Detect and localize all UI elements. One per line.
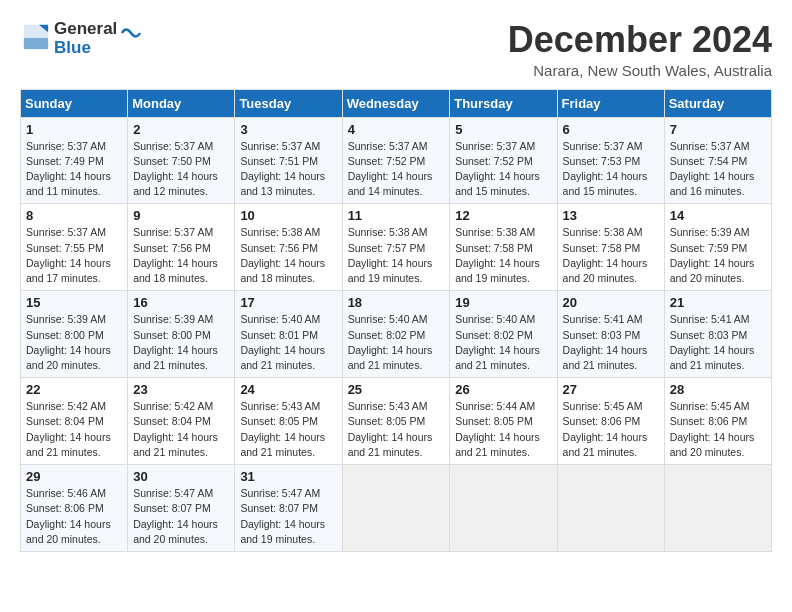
day-info: Sunrise: 5:43 AMSunset: 8:05 PMDaylight:… — [348, 400, 433, 458]
day-number: 17 — [240, 295, 336, 310]
day-number: 27 — [563, 382, 659, 397]
day-number: 25 — [348, 382, 445, 397]
day-number: 14 — [670, 208, 766, 223]
day-info: Sunrise: 5:40 AMSunset: 8:01 PMDaylight:… — [240, 313, 325, 371]
day-number: 22 — [26, 382, 122, 397]
calendar-week-row: 1Sunrise: 5:37 AMSunset: 7:49 PMDaylight… — [21, 117, 772, 204]
weekday-header-saturday: Saturday — [664, 89, 771, 117]
calendar-cell: 16Sunrise: 5:39 AMSunset: 8:00 PMDayligh… — [128, 291, 235, 378]
day-info: Sunrise: 5:37 AMSunset: 7:55 PMDaylight:… — [26, 226, 111, 284]
month-title: December 2024 — [508, 20, 772, 60]
calendar-cell: 5Sunrise: 5:37 AMSunset: 7:52 PMDaylight… — [450, 117, 557, 204]
calendar-cell: 26Sunrise: 5:44 AMSunset: 8:05 PMDayligh… — [450, 378, 557, 465]
calendar-cell: 12Sunrise: 5:38 AMSunset: 7:58 PMDayligh… — [450, 204, 557, 291]
day-number: 31 — [240, 469, 336, 484]
location: Narara, New South Wales, Australia — [508, 62, 772, 79]
weekday-header-row: SundayMondayTuesdayWednesdayThursdayFrid… — [21, 89, 772, 117]
calendar-cell: 24Sunrise: 5:43 AMSunset: 8:05 PMDayligh… — [235, 378, 342, 465]
day-info: Sunrise: 5:46 AMSunset: 8:06 PMDaylight:… — [26, 487, 111, 545]
day-info: Sunrise: 5:42 AMSunset: 8:04 PMDaylight:… — [133, 400, 218, 458]
day-number: 24 — [240, 382, 336, 397]
calendar-cell: 2Sunrise: 5:37 AMSunset: 7:50 PMDaylight… — [128, 117, 235, 204]
day-info: Sunrise: 5:37 AMSunset: 7:54 PMDaylight:… — [670, 140, 755, 198]
weekday-header-wednesday: Wednesday — [342, 89, 450, 117]
calendar-cell: 29Sunrise: 5:46 AMSunset: 8:06 PMDayligh… — [21, 465, 128, 552]
calendar-cell — [342, 465, 450, 552]
calendar-cell: 13Sunrise: 5:38 AMSunset: 7:58 PMDayligh… — [557, 204, 664, 291]
svg-marker-2 — [24, 38, 48, 49]
calendar-cell: 7Sunrise: 5:37 AMSunset: 7:54 PMDaylight… — [664, 117, 771, 204]
calendar-cell: 6Sunrise: 5:37 AMSunset: 7:53 PMDaylight… — [557, 117, 664, 204]
weekday-header-sunday: Sunday — [21, 89, 128, 117]
day-info: Sunrise: 5:45 AMSunset: 8:06 PMDaylight:… — [670, 400, 755, 458]
day-number: 26 — [455, 382, 551, 397]
day-info: Sunrise: 5:39 AMSunset: 7:59 PMDaylight:… — [670, 226, 755, 284]
calendar-cell — [450, 465, 557, 552]
day-info: Sunrise: 5:37 AMSunset: 7:52 PMDaylight:… — [455, 140, 540, 198]
day-info: Sunrise: 5:45 AMSunset: 8:06 PMDaylight:… — [563, 400, 648, 458]
day-number: 2 — [133, 122, 229, 137]
day-number: 10 — [240, 208, 336, 223]
day-info: Sunrise: 5:38 AMSunset: 7:58 PMDaylight:… — [455, 226, 540, 284]
day-info: Sunrise: 5:40 AMSunset: 8:02 PMDaylight:… — [455, 313, 540, 371]
calendar-cell: 27Sunrise: 5:45 AMSunset: 8:06 PMDayligh… — [557, 378, 664, 465]
day-info: Sunrise: 5:42 AMSunset: 8:04 PMDaylight:… — [26, 400, 111, 458]
page-header: General Blue December 2024 Narara, New S… — [20, 20, 772, 79]
calendar-cell: 21Sunrise: 5:41 AMSunset: 8:03 PMDayligh… — [664, 291, 771, 378]
day-number: 6 — [563, 122, 659, 137]
calendar-cell: 25Sunrise: 5:43 AMSunset: 8:05 PMDayligh… — [342, 378, 450, 465]
day-info: Sunrise: 5:41 AMSunset: 8:03 PMDaylight:… — [563, 313, 648, 371]
day-number: 18 — [348, 295, 445, 310]
day-info: Sunrise: 5:39 AMSunset: 8:00 PMDaylight:… — [26, 313, 111, 371]
day-info: Sunrise: 5:38 AMSunset: 7:58 PMDaylight:… — [563, 226, 648, 284]
calendar-table: SundayMondayTuesdayWednesdayThursdayFrid… — [20, 89, 772, 552]
day-number: 19 — [455, 295, 551, 310]
logo-blue: Blue — [54, 39, 117, 58]
logo: General Blue — [20, 20, 142, 57]
logo-wave-icon — [120, 24, 142, 42]
calendar-week-row: 29Sunrise: 5:46 AMSunset: 8:06 PMDayligh… — [21, 465, 772, 552]
day-info: Sunrise: 5:47 AMSunset: 8:07 PMDaylight:… — [133, 487, 218, 545]
calendar-cell: 18Sunrise: 5:40 AMSunset: 8:02 PMDayligh… — [342, 291, 450, 378]
calendar-cell: 30Sunrise: 5:47 AMSunset: 8:07 PMDayligh… — [128, 465, 235, 552]
calendar-cell: 23Sunrise: 5:42 AMSunset: 8:04 PMDayligh… — [128, 378, 235, 465]
day-info: Sunrise: 5:44 AMSunset: 8:05 PMDaylight:… — [455, 400, 540, 458]
day-number: 20 — [563, 295, 659, 310]
day-info: Sunrise: 5:39 AMSunset: 8:00 PMDaylight:… — [133, 313, 218, 371]
day-number: 11 — [348, 208, 445, 223]
day-info: Sunrise: 5:40 AMSunset: 8:02 PMDaylight:… — [348, 313, 433, 371]
day-number: 28 — [670, 382, 766, 397]
calendar-cell: 14Sunrise: 5:39 AMSunset: 7:59 PMDayligh… — [664, 204, 771, 291]
title-section: December 2024 Narara, New South Wales, A… — [508, 20, 772, 79]
calendar-cell: 9Sunrise: 5:37 AMSunset: 7:56 PMDaylight… — [128, 204, 235, 291]
day-info: Sunrise: 5:37 AMSunset: 7:56 PMDaylight:… — [133, 226, 218, 284]
calendar-cell: 8Sunrise: 5:37 AMSunset: 7:55 PMDaylight… — [21, 204, 128, 291]
logo-icon — [22, 23, 50, 51]
calendar-cell: 11Sunrise: 5:38 AMSunset: 7:57 PMDayligh… — [342, 204, 450, 291]
day-number: 5 — [455, 122, 551, 137]
calendar-cell: 20Sunrise: 5:41 AMSunset: 8:03 PMDayligh… — [557, 291, 664, 378]
calendar-cell: 17Sunrise: 5:40 AMSunset: 8:01 PMDayligh… — [235, 291, 342, 378]
day-number: 8 — [26, 208, 122, 223]
day-info: Sunrise: 5:43 AMSunset: 8:05 PMDaylight:… — [240, 400, 325, 458]
day-number: 3 — [240, 122, 336, 137]
day-number: 9 — [133, 208, 229, 223]
day-info: Sunrise: 5:37 AMSunset: 7:51 PMDaylight:… — [240, 140, 325, 198]
calendar-week-row: 15Sunrise: 5:39 AMSunset: 8:00 PMDayligh… — [21, 291, 772, 378]
day-number: 4 — [348, 122, 445, 137]
calendar-cell: 4Sunrise: 5:37 AMSunset: 7:52 PMDaylight… — [342, 117, 450, 204]
calendar-cell: 10Sunrise: 5:38 AMSunset: 7:56 PMDayligh… — [235, 204, 342, 291]
weekday-header-thursday: Thursday — [450, 89, 557, 117]
day-info: Sunrise: 5:37 AMSunset: 7:49 PMDaylight:… — [26, 140, 111, 198]
day-number: 21 — [670, 295, 766, 310]
day-info: Sunrise: 5:37 AMSunset: 7:52 PMDaylight:… — [348, 140, 433, 198]
day-number: 12 — [455, 208, 551, 223]
calendar-cell — [557, 465, 664, 552]
day-info: Sunrise: 5:37 AMSunset: 7:50 PMDaylight:… — [133, 140, 218, 198]
day-number: 30 — [133, 469, 229, 484]
day-number: 13 — [563, 208, 659, 223]
weekday-header-friday: Friday — [557, 89, 664, 117]
day-info: Sunrise: 5:38 AMSunset: 7:57 PMDaylight:… — [348, 226, 433, 284]
day-info: Sunrise: 5:38 AMSunset: 7:56 PMDaylight:… — [240, 226, 325, 284]
day-number: 16 — [133, 295, 229, 310]
